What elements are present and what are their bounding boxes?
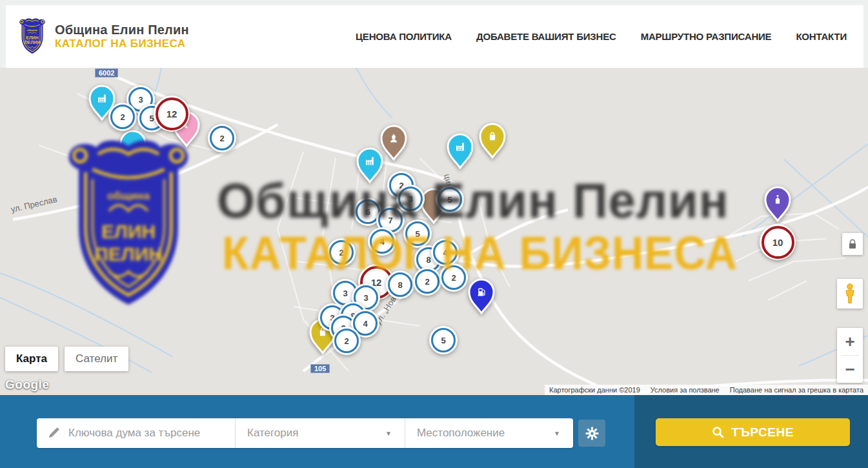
map-pin-fuel[interactable] — [467, 278, 496, 314]
crest-org-label: община — [27, 28, 38, 32]
map-markers-layer: 3251222356754284128223338342510 — [0, 68, 868, 395]
search-submit-label: ТЪРСЕНЕ — [731, 425, 794, 440]
map-pin-factory[interactable] — [356, 147, 384, 183]
map-type-satellite-button[interactable]: Сателит — [65, 347, 128, 371]
map-data-copyright: Картографски данни ©2019 — [549, 386, 640, 394]
map-cluster[interactable]: 5 — [403, 219, 432, 248]
search-section: Категория ▼ Местоположение ▼ — [0, 395, 868, 468]
crest-name-line2: ПЕЛИН — [25, 40, 40, 45]
nav-route-schedule[interactable]: МАРШРУТНО РАЗПИСАНИЕ — [641, 31, 772, 42]
gear-icon — [585, 427, 599, 440]
map-cluster[interactable]: 5 — [436, 185, 464, 214]
search-icon — [712, 426, 724, 438]
pencil-icon — [48, 427, 59, 439]
map-cluster[interactable]: 5 — [429, 326, 458, 354]
google-logo[interactable]: Google — [5, 378, 49, 392]
lock-icon — [847, 238, 858, 250]
map-cluster[interactable]: 2 — [439, 263, 468, 292]
map-pin-church[interactable] — [763, 186, 792, 222]
brand[interactable]: община ЕЛИН ПЕЛИН Община Елин Пелин КАТА… — [17, 18, 189, 55]
terms-link[interactable]: Условия за ползване — [651, 386, 720, 394]
page: община ЕЛИН ПЕЛИН Община Елин Пелин КАТА… — [0, 0, 868, 468]
keyword-input[interactable] — [67, 426, 235, 440]
search-bar: Категория ▼ Местоположение ▼ — [37, 418, 573, 448]
search-submit-button[interactable]: ТЪРСЕНЕ — [656, 418, 850, 446]
map-attribution: Картографски данни ©2019 Условия за полз… — [545, 385, 868, 395]
map-cluster[interactable]: 2 — [332, 327, 361, 355]
pegman-icon — [843, 283, 857, 304]
municipality-crest-logo: община ЕЛИН ПЕЛИН — [17, 18, 47, 55]
google-map[interactable]: 6002 105 ул. Преслав бул. „Новосел ция" … — [0, 68, 868, 395]
map-cluster[interactable]: 3 — [396, 185, 425, 213]
map-cluster[interactable]: 2 — [108, 103, 137, 131]
map-pin-bag[interactable] — [478, 123, 507, 159]
keyword-field[interactable] — [37, 418, 235, 448]
map-cluster[interactable]: 2 — [327, 238, 356, 267]
chevron-down-icon: ▼ — [385, 430, 392, 437]
advanced-options-button[interactable] — [578, 420, 605, 447]
zoom-out-button[interactable]: − — [837, 356, 863, 383]
location-value: Местоположение — [417, 427, 505, 440]
chevron-down-icon: ▼ — [554, 430, 560, 437]
site-subtitle: КАТАЛОГ НА БИЗНЕСА — [55, 37, 189, 50]
category-select[interactable]: Категория ▼ — [235, 418, 405, 448]
map-pin-factory[interactable] — [446, 133, 474, 169]
nav-pricing[interactable]: ЦЕНОВА ПОЛИТИКА — [356, 31, 452, 42]
nav-contacts[interactable]: КОНТАКТИ — [796, 31, 847, 42]
header: община ЕЛИН ПЕЛИН Община Елин Пелин КАТА… — [6, 5, 863, 68]
map-cluster[interactable]: 10 — [760, 224, 796, 260]
map-cluster[interactable]: 4 — [368, 227, 396, 256]
map-cluster[interactable]: 4 — [431, 238, 459, 267]
map-cluster[interactable]: 2 — [208, 124, 236, 152]
main-nav: ЦЕНОВА ПОЛИТИКА ДОБАВЕТЕ ВАШИЯТ БИЗНЕС М… — [356, 31, 847, 42]
zoom-in-button[interactable]: + — [837, 328, 863, 355]
map-pin-plain[interactable] — [119, 130, 147, 166]
category-value: Категория — [247, 427, 298, 440]
nav-add-business[interactable]: ДОБАВЕТЕ ВАШИЯТ БИЗНЕС — [476, 31, 616, 42]
map-type-map-button[interactable]: Карта — [5, 347, 58, 371]
map-cluster[interactable]: 8 — [386, 270, 414, 299]
crest-name-line1: ЕЛИН — [26, 36, 38, 40]
map-cluster[interactable]: 2 — [413, 267, 441, 296]
street-view-pegman-button[interactable] — [837, 279, 863, 309]
site-title: Община Елин Пелин — [55, 23, 189, 37]
map-type-control: Карта Сателит — [5, 347, 128, 371]
zoom-control: + − — [837, 328, 863, 383]
report-error-link[interactable]: Подаване на сигнал за грешка в картата — [730, 386, 863, 394]
location-select[interactable]: Местоположение ▼ — [405, 418, 573, 448]
lock-button[interactable] — [842, 233, 863, 255]
map-cluster[interactable]: 12 — [154, 96, 190, 132]
